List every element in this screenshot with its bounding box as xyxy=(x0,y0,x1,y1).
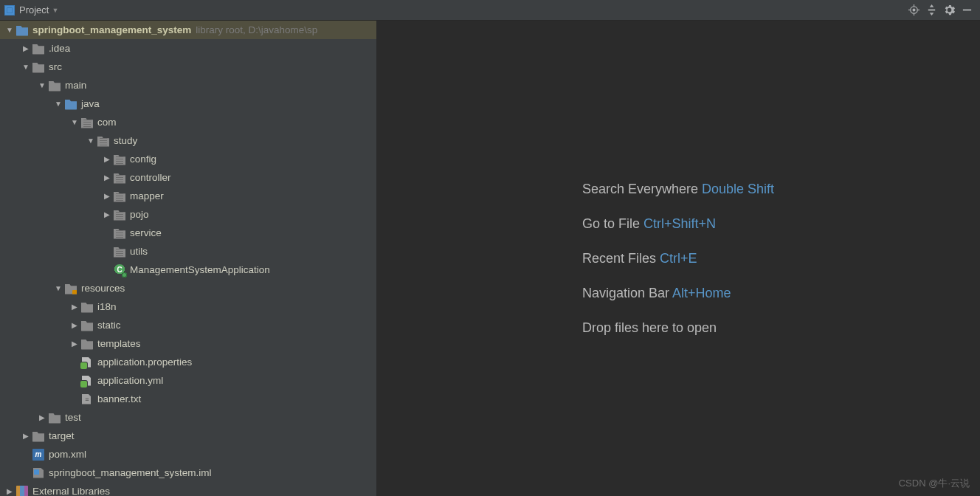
tree-node-label: resources xyxy=(81,283,125,294)
tree-node-label: config xyxy=(130,154,156,165)
tree-node-external-libraries[interactable]: ▶External Libraries xyxy=(0,482,376,496)
yml-file-icon xyxy=(81,375,93,387)
tree-node-config[interactable]: ▶config xyxy=(0,150,376,168)
tree-arrow-icon[interactable]: ▼ xyxy=(38,81,46,89)
tree-node-com[interactable]: ▼com xyxy=(0,113,376,131)
folder-icon xyxy=(81,338,93,350)
res-folder-icon xyxy=(65,283,77,294)
tree-node-mapper[interactable]: ▶mapper xyxy=(0,187,376,205)
tree-node-label: study xyxy=(114,135,137,146)
folder-blue-icon xyxy=(65,98,77,110)
tree-arrow-icon[interactable]: ▼ xyxy=(6,26,13,34)
tree-node-service[interactable]: service xyxy=(0,224,376,242)
tree-arrow-icon[interactable]: ▼ xyxy=(22,63,30,71)
pkg-icon xyxy=(97,135,109,147)
tree-node-test[interactable]: ▶test xyxy=(0,408,376,427)
pkg-icon xyxy=(114,227,125,239)
tree-node-label: pom.xml xyxy=(49,449,86,460)
tree-node-target[interactable]: ▶target xyxy=(0,427,376,445)
pkg-icon xyxy=(114,154,125,165)
folder-icon xyxy=(81,301,93,313)
tree-node-utils[interactable]: utils xyxy=(0,242,376,261)
tree-arrow-icon[interactable]: ▶ xyxy=(103,173,111,182)
tree-node-label: ManagementSystemApplication xyxy=(130,264,270,275)
tree-arrow-icon[interactable]: ▶ xyxy=(22,432,30,440)
tree-node-label: com xyxy=(97,117,117,128)
lib-icon-icon xyxy=(16,486,28,497)
tree-node-java[interactable]: ▼java xyxy=(0,94,376,113)
tree-arrow-icon[interactable]: ▼ xyxy=(55,284,62,292)
tree-node-springboot-management-system[interactable]: ▼springboot_management_systemlibrary roo… xyxy=(0,21,376,39)
tree-node-managementsystemapplication[interactable]: ManagementSystemApplication xyxy=(0,261,376,279)
tree-node-label: java xyxy=(81,98,100,109)
project-tree[interactable]: ▼springboot_management_systemlibrary roo… xyxy=(0,21,376,496)
svg-point-1 xyxy=(913,9,915,11)
project-toolbar: Project ▼ xyxy=(0,0,980,21)
chevron-down-icon[interactable]: ▼ xyxy=(52,7,58,14)
tree-node-static[interactable]: ▶static xyxy=(0,316,376,334)
project-icon xyxy=(4,5,15,16)
pkg-icon xyxy=(114,246,125,258)
folder-icon xyxy=(32,43,44,55)
tree-arrow-icon[interactable]: ▶ xyxy=(38,413,46,421)
project-dropdown[interactable]: Project xyxy=(19,4,49,16)
tree-node-label: utils xyxy=(130,246,148,257)
tree-node-resources[interactable]: ▼resources xyxy=(0,279,376,297)
tree-arrow-icon[interactable]: ▶ xyxy=(71,303,78,311)
tree-node-label: service xyxy=(130,227,162,238)
tree-node-main[interactable]: ▼main xyxy=(0,76,376,94)
tree-arrow-icon[interactable]: ▶ xyxy=(103,192,111,200)
tree-arrow-icon[interactable]: ▶ xyxy=(103,155,111,163)
tree-arrow-icon[interactable]: ▼ xyxy=(87,137,94,145)
tree-arrow-icon[interactable]: ▶ xyxy=(103,210,111,218)
help-shortcut: Alt+Home xyxy=(672,286,731,300)
tree-node-src[interactable]: ▼src xyxy=(0,58,376,76)
help-row: Search Everywhere Double Shift xyxy=(582,182,774,197)
folder-icon xyxy=(49,412,61,424)
tree-node-label: templates xyxy=(97,338,141,349)
java-file-icon xyxy=(114,264,125,276)
hide-icon[interactable] xyxy=(958,1,976,19)
tree-arrow-icon[interactable]: ▶ xyxy=(6,487,13,495)
tree-node-label: test xyxy=(65,412,81,423)
tree-node-label: springboot_management_system xyxy=(32,24,191,35)
tree-node-i18n[interactable]: ▶i18n xyxy=(0,297,376,316)
tree-node-label: main xyxy=(65,80,86,91)
pkg-icon xyxy=(114,209,125,221)
tree-node-templates[interactable]: ▶templates xyxy=(0,334,376,353)
locate-icon[interactable] xyxy=(905,1,922,19)
svg-rect-6 xyxy=(962,10,970,11)
tree-node-application-properties[interactable]: application.properties xyxy=(0,353,376,371)
pom-file-icon xyxy=(32,449,44,461)
tree-arrow-icon[interactable]: ▶ xyxy=(71,340,78,348)
tree-node-pom-xml[interactable]: pom.xml xyxy=(0,445,376,464)
tree-node-pojo[interactable]: ▶pojo xyxy=(0,205,376,224)
tree-node-label: External Libraries xyxy=(32,486,110,496)
tree-node-label: controller xyxy=(130,172,171,183)
tree-node-controller[interactable]: ▶controller xyxy=(0,168,376,187)
help-row: Navigation Bar Alt+Home xyxy=(582,286,774,301)
tree-node-application-yml[interactable]: application.yml xyxy=(0,371,376,390)
settings-icon[interactable] xyxy=(940,1,958,19)
tree-arrow-icon[interactable]: ▼ xyxy=(55,100,62,108)
tree-node-springboot-management-system-iml[interactable]: springboot_management_system.iml xyxy=(0,464,376,482)
tree-node-study[interactable]: ▼study xyxy=(0,131,376,150)
tree-node--idea[interactable]: ▶.idea xyxy=(0,39,376,58)
prop-file-icon xyxy=(81,356,93,368)
tree-node-label: pojo xyxy=(130,209,149,220)
editor-area[interactable]: Search Everywhere Double ShiftGo to File… xyxy=(376,21,980,496)
help-text: Go to File xyxy=(582,216,640,231)
tree-arrow-icon[interactable]: ▼ xyxy=(71,118,78,126)
tree-arrow-icon[interactable]: ▶ xyxy=(22,44,30,52)
tree-node-banner-txt[interactable]: banner.txt xyxy=(0,390,376,408)
help-shortcut: Ctrl+E xyxy=(660,251,697,266)
folder-icon xyxy=(81,320,93,331)
tree-arrow-icon[interactable]: ▶ xyxy=(71,321,78,329)
tree-node-label: mapper xyxy=(130,190,164,202)
folder-blue-icon xyxy=(16,24,28,36)
help-shortcut: Ctrl+Shift+N xyxy=(643,216,716,231)
expand-all-icon[interactable] xyxy=(922,1,940,19)
tree-node-suffix: library root, D:\javahome\sp xyxy=(196,24,317,35)
tree-node-label: springboot_management_system.iml xyxy=(49,467,212,478)
folder-icon xyxy=(32,61,44,73)
